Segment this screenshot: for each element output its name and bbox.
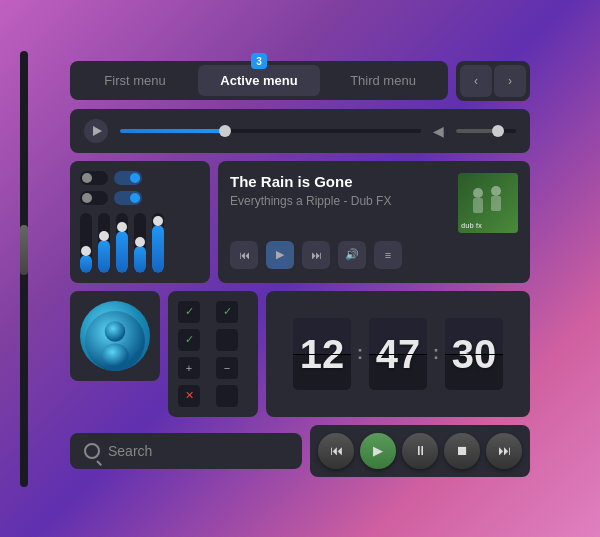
player-bar: ◀ xyxy=(70,109,530,153)
svg-point-8 xyxy=(105,321,126,342)
flip-minutes: 47 47 xyxy=(369,318,427,390)
media-buttons-panel: ⏮ ▶ ⏸ ⏹ ⏭ xyxy=(310,425,530,477)
svg-rect-3 xyxy=(473,198,483,213)
svg-rect-5 xyxy=(491,196,501,211)
svg-point-9 xyxy=(101,343,128,367)
play-button-small[interactable] xyxy=(84,119,108,143)
volume-bar[interactable] xyxy=(456,129,516,133)
eq-slider-5[interactable] xyxy=(152,213,164,273)
nav-badge: 3 xyxy=(251,53,267,69)
search-placeholder: Search xyxy=(108,443,152,459)
toggle-3[interactable] xyxy=(80,191,108,205)
avatar-panel xyxy=(70,291,160,381)
search-bar[interactable]: Search xyxy=(70,433,302,469)
music-prev-button[interactable]: ⏮ xyxy=(230,241,258,269)
toggle-row-2 xyxy=(80,191,200,205)
eq-slider-3[interactable] xyxy=(116,213,128,273)
eq-slider-1[interactable] xyxy=(80,213,92,273)
flip-hours: 12 12 xyxy=(293,318,351,390)
music-menu-button[interactable]: ≡ xyxy=(374,241,402,269)
nav-menu: 3 First menu Active menu Third menu xyxy=(70,61,448,100)
volume-icon[interactable]: ◀ xyxy=(433,123,444,139)
checkbox-remove[interactable]: − xyxy=(216,357,238,379)
music-volume-button[interactable]: 🔊 xyxy=(338,241,366,269)
album-art-image: dub fx xyxy=(458,173,518,233)
toggle-4[interactable] xyxy=(114,191,142,205)
search-row: Search ⏮ ▶ ⏸ ⏹ ⏭ xyxy=(70,425,530,477)
nav-item-active[interactable]: Active menu xyxy=(198,65,320,96)
progress-handle[interactable] xyxy=(219,125,231,137)
music-panel: The Rain is Gone Everythings a Ripple - … xyxy=(218,161,530,283)
nav-arrows: ‹ › xyxy=(456,61,530,101)
music-controls: ⏮ ▶ ⏭ 🔊 ≡ xyxy=(230,241,518,269)
flip-seconds: 30 30 xyxy=(445,318,503,390)
nav-row: 3 First menu Active menu Third menu ‹ › xyxy=(70,61,530,101)
checkbox-add[interactable]: + xyxy=(178,357,200,379)
equalizer-panel xyxy=(70,161,210,283)
svg-point-2 xyxy=(473,188,483,198)
media-rewind-button[interactable]: ⏮ xyxy=(318,433,354,469)
progress-bar[interactable] xyxy=(120,129,421,133)
scrollbar-thumb[interactable] xyxy=(20,225,28,275)
avatar-svg xyxy=(85,311,145,371)
nav-prev-button[interactable]: ‹ xyxy=(460,65,492,97)
eq-slider-2[interactable] xyxy=(98,213,110,273)
eq-slider-4[interactable] xyxy=(134,213,146,273)
toggle-2[interactable] xyxy=(114,171,142,185)
checkbox-3[interactable]: ✓ xyxy=(178,329,200,351)
media-forward-button[interactable]: ⏭ xyxy=(486,433,522,469)
checkbox-2[interactable]: ✓ xyxy=(216,301,238,323)
eq-toggles xyxy=(80,171,200,205)
music-header: The Rain is Gone Everythings a Ripple - … xyxy=(230,173,518,233)
search-icon xyxy=(84,443,100,459)
checkbox-empty[interactable] xyxy=(216,385,238,407)
music-artist: Everythings a Ripple - Dub FX xyxy=(230,194,448,208)
avatar xyxy=(80,301,150,371)
nav-item-first[interactable]: First menu xyxy=(74,65,196,96)
toggle-1[interactable] xyxy=(80,171,108,185)
vertical-scrollbar[interactable] xyxy=(20,51,28,487)
toggle-row-1 xyxy=(80,171,200,185)
svg-point-4 xyxy=(491,186,501,196)
nav-next-button[interactable]: › xyxy=(494,65,526,97)
media-pause-button[interactable]: ⏸ xyxy=(402,433,438,469)
nav-item-third[interactable]: Third menu xyxy=(322,65,444,96)
checkbox-close[interactable]: ✕ xyxy=(178,385,200,407)
media-play-button[interactable]: ▶ xyxy=(360,433,396,469)
album-art: dub fx xyxy=(458,173,518,233)
checkbox-1[interactable]: ✓ xyxy=(178,301,200,323)
media-stop-button[interactable]: ⏹ xyxy=(444,433,480,469)
svg-text:dub fx: dub fx xyxy=(461,222,482,229)
music-play-button[interactable]: ▶ xyxy=(266,241,294,269)
music-next-button[interactable]: ⏭ xyxy=(302,241,330,269)
music-info: The Rain is Gone Everythings a Ripple - … xyxy=(230,173,448,208)
flip-colon-1: : xyxy=(357,343,363,364)
middle-row: The Rain is Gone Everythings a Ripple - … xyxy=(70,161,530,283)
bottom-row: ✓ ✓ ✓ + − ✕ 12 12 : 47 xyxy=(70,291,530,417)
checkbox-panel: ✓ ✓ ✓ + − ✕ xyxy=(168,291,258,417)
eq-sliders xyxy=(80,213,200,273)
flip-clock: 12 12 : 47 47 : 30 3 xyxy=(266,291,530,417)
flip-colon-2: : xyxy=(433,343,439,364)
checkbox-4[interactable] xyxy=(216,329,238,351)
volume-handle[interactable] xyxy=(492,125,504,137)
progress-fill xyxy=(120,129,225,133)
music-title: The Rain is Gone xyxy=(230,173,448,190)
